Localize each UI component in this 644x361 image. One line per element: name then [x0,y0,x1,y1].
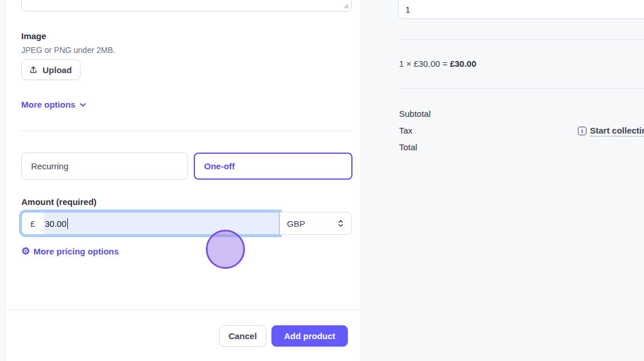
section-divider [21,131,352,131]
info-icon: i [578,127,586,135]
currency-symbol: £ [22,219,44,229]
summary-divider-bottom [399,88,644,89]
upload-icon [29,65,38,74]
summary-divider-top [399,39,644,40]
tax-label: Tax [399,126,412,135]
more-pricing-options-link[interactable]: ⚙ More pricing options [21,246,119,256]
description-textarea[interactable] [21,0,352,12]
line-calc-expression: 1 × £30.00 = [399,59,450,69]
more-options-label: More options [21,100,75,109]
start-collecting-tax-label: Start collecting tax [590,126,644,136]
line-item-calculation: 1 × £30.00 = £30.00 [399,59,476,69]
add-product-button[interactable]: Add product [271,325,348,347]
currency-select[interactable]: GBP [279,212,352,235]
select-updown-icon [337,219,344,228]
upload-button-label: Upload [43,65,72,75]
page-backdrop [0,0,5,361]
line-calc-result: £30.00 [450,59,476,69]
recurring-label: Recurring [31,161,68,171]
image-section-label: Image [21,31,46,41]
more-options-link[interactable]: More options [21,100,87,109]
amount-value: 30.00 [45,219,67,229]
quantity-input[interactable]: 1 [398,0,644,19]
currency-code: GBP [287,219,305,229]
chevron-down-icon [79,101,87,109]
quantity-value: 1 [405,5,410,14]
billing-type-one-off-button[interactable]: One-off [194,153,352,180]
click-indicator [206,230,245,269]
amount-input[interactable]: £ 30.00 [21,212,279,235]
footer-divider [5,309,362,310]
amount-label: Amount (required) [21,197,97,207]
gear-icon: ⚙ [21,246,30,256]
amount-value-area[interactable]: 30.00 [44,212,279,234]
billing-type-recurring-button[interactable]: Recurring [21,153,188,180]
text-cursor [67,218,68,229]
resize-handle-icon[interactable] [343,3,348,9]
subtotal-label: Subtotal [399,109,431,119]
more-pricing-options-label: More pricing options [33,246,118,256]
add-product-screen: Image JPEG or PNG under 2MB. Upload More… [0,0,644,361]
start-collecting-tax-link[interactable]: i Start collecting tax [578,126,644,136]
cancel-button-label: Cancel [228,331,256,341]
add-product-modal: Image JPEG or PNG under 2MB. Upload More… [5,0,362,361]
add-product-button-label: Add product [284,331,335,341]
one-off-label: One-off [204,161,235,171]
total-label: Total [399,142,417,152]
order-summary-panel: 1 1 × £30.00 = £30.00 Subtotal Tax i Sta… [362,0,644,361]
upload-button[interactable]: Upload [21,59,80,80]
cancel-button[interactable]: Cancel [219,325,266,347]
image-hint: JPEG or PNG under 2MB. [21,45,115,55]
